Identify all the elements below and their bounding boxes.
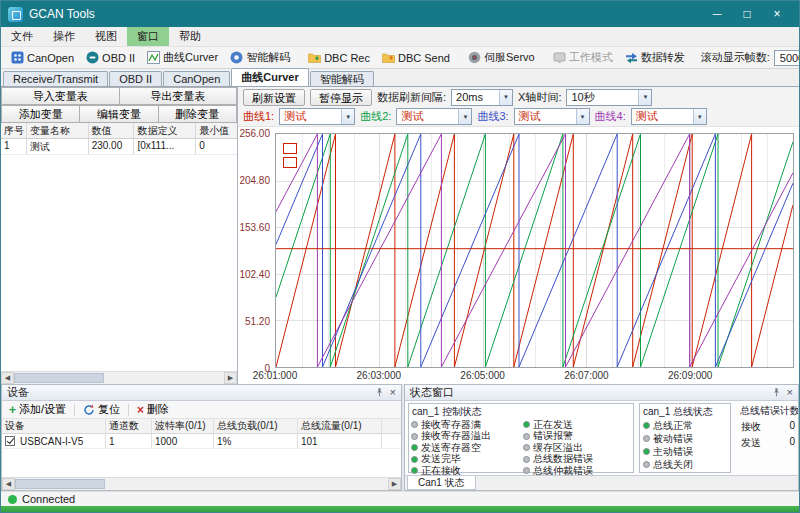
toolbar-servo-button[interactable]: 伺服Servo [462, 48, 541, 67]
menu-view[interactable]: 视图 [85, 27, 127, 46]
scroll-left-icon[interactable]: ◀ [1, 372, 14, 384]
toolbar-dbc-rec-button[interactable]: DBC Rec [302, 49, 376, 66]
toolbar-obd-button[interactable]: OBD II [80, 49, 141, 66]
scroll-frame-label: 滚动显示帧数: [701, 50, 770, 65]
reset-device-button[interactable]: 复位 [79, 402, 124, 417]
curve-page: 导入变量表 导出变量表 添加变量 编辑变量 删除变量 序号 变量名称 数值 数据… [1, 87, 799, 384]
add-variable-button[interactable]: 添加变量 [1, 105, 80, 123]
close-panel-icon[interactable]: × [390, 388, 396, 397]
curve3-select[interactable]: 测试 ▼ [514, 108, 590, 125]
x-tick: 26:09:000 [668, 370, 713, 381]
scroll-right-icon[interactable]: ▶ [388, 478, 401, 490]
pause-display-button[interactable]: 暂停显示 [310, 89, 372, 106]
status-label: 主动错误 [653, 445, 693, 459]
connection-status-text: Connected [22, 493, 75, 505]
toolbar-workmode-button[interactable]: 工作模式 [547, 48, 619, 67]
x-tick: 26:01:000 [253, 370, 298, 381]
variable-row[interactable]: 1 测试 230.00 [0x111... 0 [1, 139, 237, 155]
data-forward-icon [625, 51, 638, 64]
chart-settings-row: 刷新设置 暂停显示 数据刷新间隔: 20ms ▼ X轴时间: 10秒 ▼ [238, 87, 799, 107]
xtime-value: 10秒 [571, 90, 594, 105]
curve4-value: 测试 [636, 109, 658, 124]
tab-decode[interactable]: 智能解码 [310, 71, 374, 86]
chevron-down-icon[interactable]: ▼ [341, 109, 354, 124]
device-checkbox[interactable] [5, 436, 15, 446]
close-button[interactable]: × [762, 4, 792, 24]
status-label: 总线仲裁错误 [533, 464, 593, 475]
curve1-select[interactable]: 测试 ▼ [279, 108, 355, 125]
chevron-down-icon[interactable]: ▼ [499, 90, 512, 105]
status-item: 被动错误 [640, 432, 730, 445]
chevron-down-icon[interactable]: ▼ [638, 90, 651, 105]
panel-header-icons: × [772, 388, 793, 397]
xtime-select[interactable]: 10秒 ▼ [566, 89, 652, 106]
edit-variable-button[interactable]: 编辑变量 [79, 105, 158, 123]
status-window-panel: 状态窗口 × can_1 控制状态 接收寄存器满 接收寄存器溢出 发送寄存器空 … [404, 384, 799, 491]
cursor-handle-2[interactable] [283, 157, 297, 168]
dbc-send-icon [382, 51, 395, 64]
control-status-right: 正在发送 错误报警 缓存区溢出 总线数据错误 总线仲裁错误 [521, 419, 633, 475]
toolbar-curve-label: 曲线Curver [163, 50, 218, 65]
workmode-icon [553, 51, 566, 64]
chevron-down-icon[interactable]: ▼ [458, 109, 471, 124]
curve3-value: 测试 [519, 109, 541, 124]
menu-file[interactable]: 文件 [1, 27, 43, 46]
scroll-frame-input[interactable]: 5000 ▲ ▼ [774, 50, 800, 66]
device-row[interactable]: USBCAN-I-V5 1 1000 1% 101 [2, 434, 401, 449]
tab-curve[interactable]: 曲线Curver [231, 68, 308, 86]
scroll-thumb[interactable] [15, 479, 105, 489]
main-tabstrip: Receive/Transmit OBD II CanOpen 曲线Curver… [1, 69, 799, 87]
tab-can1-status[interactable]: Can1 状态 [407, 476, 476, 490]
minimize-button[interactable]: ─ [702, 4, 732, 24]
tab-canopen[interactable]: CanOpen [163, 71, 230, 86]
interval-select[interactable]: 20ms ▼ [451, 89, 513, 106]
curve4-select[interactable]: 测试 ▼ [631, 108, 707, 125]
refresh-settings-button[interactable]: 刷新设置 [243, 89, 305, 106]
menubar: 文件 操作 视图 窗口 帮助 [1, 27, 799, 47]
toolbar-decode-button[interactable]: 智能解码 [224, 48, 296, 67]
scroll-thumb[interactable] [14, 373, 104, 383]
maximize-button[interactable]: □ [732, 4, 762, 24]
toolbar-forward-button[interactable]: 数据转发 [619, 48, 691, 67]
export-variables-button[interactable]: 导出变量表 [119, 87, 238, 105]
menu-help[interactable]: 帮助 [169, 27, 211, 46]
chevron-down-icon[interactable]: ▼ [576, 109, 589, 124]
decode-icon [230, 51, 243, 64]
toolbar-canopen-button[interactable]: CanOpen [5, 49, 80, 66]
device-name: USBCAN-I-V5 [20, 436, 83, 447]
pin-icon[interactable] [772, 388, 781, 397]
add-device-button[interactable]: + 添加/设置 [5, 402, 70, 417]
pin-icon[interactable] [375, 388, 384, 397]
scroll-right-icon[interactable]: ▶ [224, 372, 237, 384]
tab-receive-transmit[interactable]: Receive/Transmit [3, 71, 108, 86]
error-rx-value: 0 [789, 420, 795, 434]
cell-definition: [0x111... [134, 139, 196, 154]
delete-variable-button[interactable]: 删除变量 [158, 105, 237, 123]
status-dot [411, 456, 418, 463]
error-tx-label: 发送 [741, 436, 761, 450]
col-index: 序号 [1, 123, 27, 138]
import-variables-button[interactable]: 导入变量表 [1, 87, 120, 105]
error-rx-label: 接收 [741, 420, 761, 434]
window-controls: ─ □ × [702, 4, 792, 24]
toolbar-curve-button[interactable]: 曲线Curver [141, 48, 224, 67]
window-title: GCAN Tools [29, 7, 95, 21]
variables-panel: 导入变量表 导出变量表 添加变量 编辑变量 删除变量 序号 变量名称 数值 数据… [1, 87, 238, 384]
status-item: 正在接收 [411, 465, 519, 475]
curve2-select[interactable]: 测试 ▼ [396, 108, 472, 125]
toolbar-dbc-send-button[interactable]: DBC Send [376, 49, 456, 66]
menu-operation[interactable]: 操作 [43, 27, 85, 46]
device-hscrollbar[interactable]: ◀ ▶ [2, 477, 401, 490]
delete-device-button[interactable]: × 删除 [133, 402, 173, 417]
variables-hscrollbar[interactable]: ◀ ▶ [1, 371, 237, 384]
tab-obd[interactable]: OBD II [109, 71, 162, 86]
servo-icon [468, 51, 481, 64]
error-count-row: 发送 0 [737, 434, 798, 450]
scroll-left-icon[interactable]: ◀ [2, 478, 15, 490]
menu-window[interactable]: 窗口 [127, 27, 169, 46]
cell-name: 测试 [27, 139, 89, 154]
chevron-down-icon[interactable]: ▼ [693, 109, 706, 124]
close-panel-icon[interactable]: × [787, 388, 793, 397]
cursor-handle-1[interactable] [283, 143, 297, 154]
chart-plot[interactable] [275, 133, 794, 368]
